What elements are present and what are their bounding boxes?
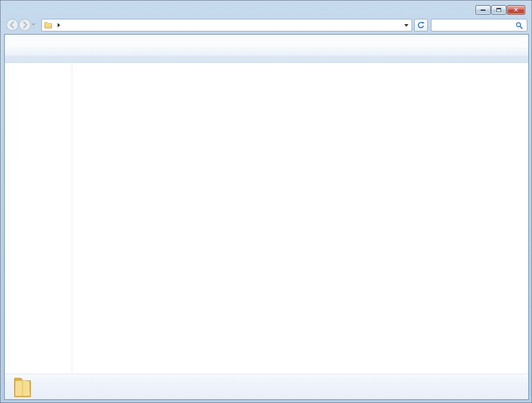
chevron-down-icon	[404, 24, 408, 27]
navigation-bar	[1, 16, 531, 34]
search-input[interactable]	[431, 21, 513, 29]
forward-button[interactable]	[18, 18, 31, 31]
recent-pages-dropdown[interactable]	[32, 24, 35, 26]
refresh-button[interactable]	[414, 19, 428, 31]
command-toolbar	[5, 48, 528, 63]
details-pane	[5, 374, 528, 399]
refresh-icon	[417, 21, 425, 29]
restore-icon	[496, 8, 501, 12]
search-icon[interactable]	[515, 21, 523, 29]
client-area	[4, 34, 529, 400]
window-controls: ✕	[475, 5, 525, 15]
folder-icon	[44, 21, 52, 29]
minimize-icon	[481, 9, 485, 11]
close-button[interactable]: ✕	[507, 5, 525, 15]
explorer-window: ✕	[0, 0, 532, 403]
content-area	[5, 63, 528, 374]
breadcrumb-arrow-icon[interactable]	[58, 23, 60, 27]
search-box	[431, 19, 527, 31]
folder-large-icon	[10, 374, 35, 399]
address-bar[interactable]	[41, 19, 412, 31]
back-button[interactable]	[6, 18, 19, 31]
minimize-button[interactable]	[475, 5, 491, 15]
menu-bar	[5, 35, 528, 48]
title-bar[interactable]: ✕	[1, 1, 531, 16]
close-icon: ✕	[513, 7, 518, 13]
navigation-pane	[5, 63, 72, 374]
file-list-area[interactable]	[72, 63, 528, 374]
address-dropdown-button[interactable]	[401, 19, 412, 31]
restore-button[interactable]	[491, 5, 506, 15]
